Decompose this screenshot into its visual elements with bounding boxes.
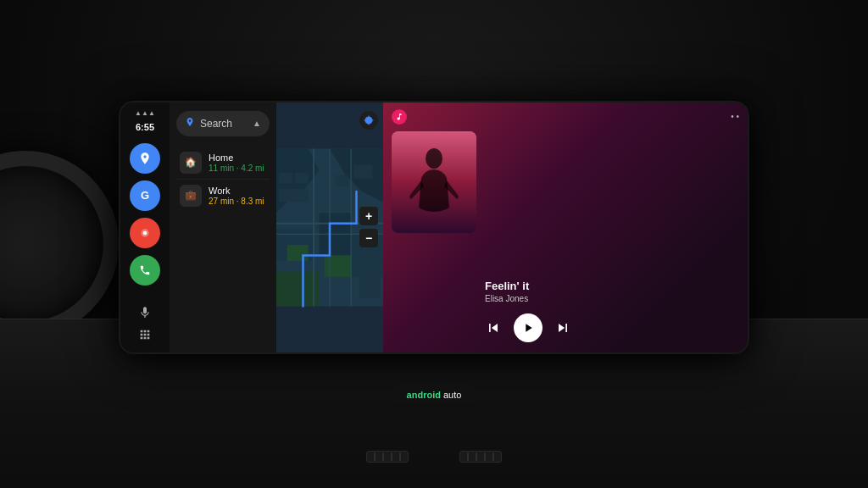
home-icon: 🏠 — [180, 152, 202, 174]
destination-list: 🏠 Home 11 min · 4.2 mi 💼 Work 27 min · 8… — [170, 143, 276, 352]
svg-rect-22 — [359, 271, 381, 298]
map-controls: + − — [359, 207, 378, 247]
sidebar-icon-phone[interactable] — [130, 255, 160, 286]
svg-point-1 — [143, 230, 147, 235]
destination-home[interactable]: 🏠 Home 11 min · 4.2 mi — [176, 147, 270, 180]
location-button[interactable] — [359, 111, 378, 130]
vent-slot — [476, 452, 477, 461]
time-display: 6:55 — [136, 122, 154, 132]
nav-content: Search ▲ 🏠 Home 11 min · 4.2 mi 💼 Work 2… — [170, 103, 276, 352]
android-auto-badge: android auto — [393, 385, 476, 403]
svg-rect-16 — [279, 172, 292, 183]
svg-rect-10 — [276, 271, 319, 306]
auto-text: auto — [443, 390, 461, 400]
track-artist: Elisa Jones — [485, 294, 739, 303]
home-detail: 11 min · 4.2 mi — [209, 164, 266, 173]
play-button[interactable] — [514, 313, 542, 342]
svg-rect-19 — [335, 175, 348, 186]
sidebar-icon-google[interactable]: G — [130, 180, 160, 211]
vent-slot — [374, 452, 376, 461]
zoom-out-button[interactable]: − — [359, 229, 378, 247]
work-icon: 💼 — [180, 185, 202, 207]
vent-slot — [382, 452, 384, 461]
music-body: Feelin' it Elisa Jones — [383, 128, 748, 352]
search-bar[interactable]: Search ▲ — [176, 111, 270, 136]
sidebar-grid-icon[interactable] — [138, 328, 152, 344]
track-info: Feelin' it Elisa Jones — [485, 131, 739, 347]
vent-slot — [391, 452, 392, 461]
svg-rect-8 — [287, 244, 309, 260]
sidebar-mic-icon[interactable] — [138, 306, 152, 323]
android-auto-card: android auto — [393, 385, 476, 403]
vent-slot — [467, 452, 469, 461]
sidebar-icon-maps[interactable] — [130, 143, 160, 174]
music-controls — [485, 313, 739, 342]
svg-point-24 — [426, 148, 442, 169]
vent-left — [366, 451, 409, 463]
map-area: + − — [276, 103, 383, 352]
svg-rect-17 — [295, 172, 309, 183]
music-header: • • — [383, 103, 748, 128]
svg-rect-21 — [362, 244, 378, 265]
work-detail: 27 min · 8.3 mi — [209, 197, 266, 206]
signal-icon: ▲▲▲ — [135, 109, 155, 117]
search-pin-icon — [185, 117, 195, 130]
svg-rect-18 — [279, 188, 309, 202]
home-info: Home 11 min · 4.2 mi — [209, 152, 266, 173]
search-chevron-icon: ▲ — [253, 119, 261, 128]
sidebar: ▲▲▲ 6:55 G — [120, 103, 170, 352]
music-app-icon — [392, 109, 407, 125]
work-info: Work 27 min · 8.3 mi — [209, 186, 266, 206]
next-button[interactable] — [554, 319, 571, 336]
vent-slot — [484, 452, 486, 461]
vent-right — [459, 451, 502, 463]
svg-rect-20 — [353, 164, 372, 178]
work-name: Work — [209, 186, 266, 196]
track-name: Feelin' it — [485, 280, 739, 292]
vent-slot — [492, 452, 494, 461]
left-panel: ▲▲▲ 6:55 G — [120, 103, 383, 352]
vent-area — [366, 451, 502, 463]
music-options-icon[interactable]: • • — [731, 112, 739, 121]
prev-button[interactable] — [485, 319, 502, 336]
search-label: Search — [200, 118, 253, 130]
music-panel: • • — [383, 103, 748, 352]
vent-slot — [399, 452, 401, 461]
sidebar-icon-red[interactable] — [130, 218, 160, 248]
home-name: Home — [209, 152, 266, 163]
android-auto-screen: ▲▲▲ 6:55 G — [120, 103, 748, 352]
android-text: android — [407, 390, 441, 400]
destination-work[interactable]: 💼 Work 27 min · 8.3 mi — [176, 180, 270, 212]
svg-rect-9 — [325, 255, 352, 276]
album-art — [392, 131, 476, 233]
zoom-in-button[interactable]: + — [359, 207, 378, 225]
